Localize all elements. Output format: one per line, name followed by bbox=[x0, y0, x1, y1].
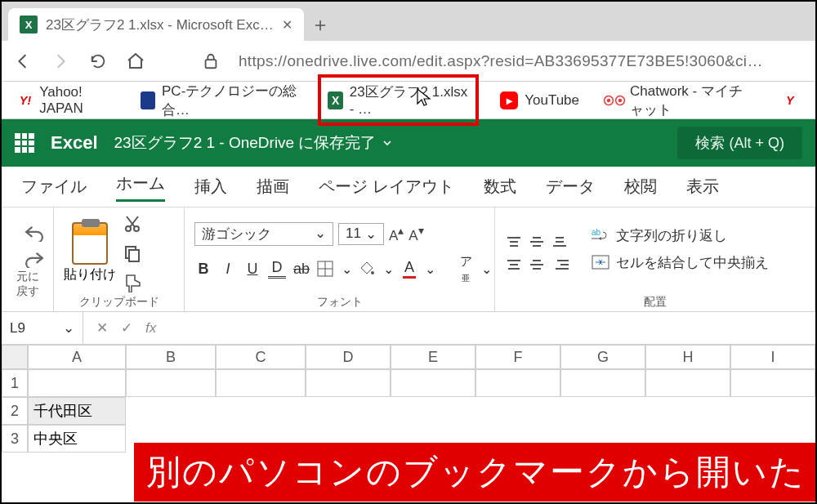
increase-font-icon[interactable]: A▴ bbox=[389, 224, 404, 244]
svg-rect-10 bbox=[592, 256, 609, 269]
fill-color-button[interactable] bbox=[359, 261, 377, 277]
bookmark-yahoo[interactable]: Y! Yahoo! JAPAN bbox=[13, 81, 119, 120]
url-text[interactable]: https://onedrive.live.com/edit.aspx?resi… bbox=[239, 52, 804, 70]
bookmark-label: PC-テクノロジーの総合… bbox=[162, 82, 297, 119]
cut-button[interactable] bbox=[123, 214, 142, 234]
header-cell[interactable]: 区 bbox=[28, 369, 126, 397]
borders-button[interactable] bbox=[317, 261, 335, 277]
col-header[interactable]: I bbox=[730, 345, 815, 369]
worksheet-grid[interactable]: 1 2 3 A B C D E F G H I 区 売上 世帯数 bbox=[2, 345, 815, 453]
alignment-buttons[interactable] bbox=[505, 233, 569, 274]
cell[interactable] bbox=[730, 369, 815, 397]
yahoo-icon: Y bbox=[781, 91, 799, 109]
header-cell[interactable]: 世帯数 bbox=[216, 369, 306, 397]
double-underline-button[interactable]: D bbox=[268, 259, 286, 279]
tab-title: 23区グラフ2 1.xlsx - Microsoft Exc… bbox=[46, 16, 274, 34]
row-header[interactable]: 2 bbox=[2, 397, 28, 425]
col-header[interactable]: B bbox=[126, 345, 216, 369]
home-icon[interactable] bbox=[126, 51, 145, 71]
col-header[interactable]: G bbox=[560, 345, 645, 369]
lock-icon[interactable] bbox=[201, 51, 221, 71]
cell[interactable] bbox=[391, 369, 475, 397]
bookmark-pctech[interactable]: PC-テクノロジーの総合… bbox=[136, 78, 302, 123]
search-box[interactable]: 検索 (Alt + Q) bbox=[677, 127, 802, 159]
wrap-text-button[interactable]: ab 文字列の折り返し bbox=[592, 226, 769, 245]
brand: Excel bbox=[51, 132, 98, 154]
forward-icon bbox=[51, 51, 70, 71]
align-group-label: 配置 bbox=[505, 293, 805, 310]
row-header[interactable]: 3 bbox=[2, 425, 28, 453]
underline-button[interactable]: U bbox=[243, 261, 261, 278]
app-launcher-icon[interactable] bbox=[15, 133, 34, 153]
cell[interactable] bbox=[645, 369, 730, 397]
row-header[interactable]: 1 bbox=[2, 369, 28, 397]
document-title[interactable]: 23区グラフ2 1 - OneDrive に保存完了 bbox=[114, 132, 395, 154]
tab-insert[interactable]: 挿入 bbox=[194, 176, 227, 198]
svg-rect-0 bbox=[206, 60, 217, 68]
align-right-icon[interactable] bbox=[551, 256, 569, 274]
name-box[interactable]: L9 ⌄ bbox=[2, 312, 83, 344]
tab-review[interactable]: 校閲 bbox=[624, 176, 657, 198]
align-top-icon[interactable] bbox=[505, 233, 523, 251]
col-header[interactable]: E bbox=[391, 345, 475, 369]
phonetic-button[interactable]: ア亜 bbox=[457, 254, 475, 284]
tab-data[interactable]: データ bbox=[546, 176, 595, 198]
back-icon[interactable] bbox=[13, 51, 33, 71]
excel-file-icon: X bbox=[20, 16, 38, 33]
cell[interactable]: 千代田区 bbox=[28, 397, 126, 425]
youtube-icon: ▸ bbox=[500, 91, 518, 109]
bookmark-chatwork[interactable]: ⦿⦿ Chatwork - マイチャット bbox=[600, 78, 760, 123]
bookmark-label: 23区グラフ2 1.xlsx - … bbox=[350, 83, 470, 118]
format-painter-button[interactable] bbox=[123, 273, 142, 292]
cell[interactable] bbox=[306, 369, 391, 397]
italic-button[interactable]: I bbox=[219, 261, 237, 278]
tab-formulas[interactable]: 数式 bbox=[484, 176, 516, 198]
cell[interactable] bbox=[475, 369, 560, 397]
tab-draw[interactable]: 描画 bbox=[257, 176, 289, 198]
close-icon[interactable]: ✕ bbox=[282, 17, 292, 33]
align-middle-icon[interactable] bbox=[528, 233, 546, 251]
pctech-icon bbox=[141, 91, 155, 109]
bookmark-current-file[interactable]: X 23区グラフ2 1.xlsx - … bbox=[318, 74, 479, 126]
enter-formula-icon[interactable]: ✓ bbox=[121, 319, 132, 337]
tab-page-layout[interactable]: ページ レイアウト bbox=[319, 176, 454, 198]
col-header[interactable]: F bbox=[475, 345, 560, 369]
browser-tab-active[interactable]: X 23区グラフ2 1.xlsx - Microsoft Exc… ✕ bbox=[8, 8, 304, 41]
select-all-cell[interactable] bbox=[2, 345, 28, 369]
col-header[interactable]: C bbox=[216, 345, 306, 369]
bookmark-label: Chatwork - マイチャット bbox=[630, 82, 755, 119]
font-size-select[interactable]: 11⌄ bbox=[338, 223, 384, 245]
align-left-icon[interactable] bbox=[505, 256, 523, 274]
redo-button[interactable] bbox=[23, 250, 46, 268]
clipboard-group-label: クリップボード bbox=[64, 293, 174, 310]
tab-file[interactable]: ファイル bbox=[21, 176, 87, 198]
decrease-font-icon[interactable]: A▾ bbox=[408, 224, 423, 244]
header-cell[interactable]: 売上 bbox=[126, 369, 216, 397]
new-tab-button[interactable]: ＋ bbox=[304, 8, 337, 41]
col-header[interactable]: D bbox=[306, 345, 391, 369]
bold-button[interactable]: B bbox=[194, 261, 212, 278]
col-header[interactable]: H bbox=[645, 345, 730, 369]
wrap-text-icon: ab bbox=[592, 227, 609, 243]
cell[interactable] bbox=[560, 369, 645, 397]
ribbon: 元に戻す 貼り付け クリップボード 游ゴシック⌄ 11⌄ A▴ A▾ bbox=[2, 207, 815, 312]
cancel-formula-icon[interactable]: ✕ bbox=[96, 319, 108, 337]
tab-home[interactable]: ホーム bbox=[116, 172, 165, 202]
font-name-select[interactable]: 游ゴシック⌄ bbox=[194, 222, 333, 246]
merge-center-button[interactable]: セルを結合して中央揃え bbox=[592, 253, 769, 272]
refresh-icon[interactable] bbox=[88, 51, 108, 71]
strikethrough-button[interactable]: ab bbox=[292, 261, 310, 278]
align-bottom-icon[interactable] bbox=[551, 233, 569, 251]
copy-button[interactable] bbox=[123, 243, 142, 263]
fx-icon[interactable]: fx bbox=[145, 320, 156, 337]
bookmark-youtube[interactable]: ▸ YouTube bbox=[495, 88, 584, 113]
svg-rect-4 bbox=[129, 250, 139, 261]
paste-icon[interactable] bbox=[72, 222, 108, 265]
cell[interactable]: 中央区 bbox=[28, 425, 126, 453]
font-color-button[interactable]: A bbox=[400, 259, 418, 279]
col-header[interactable]: A bbox=[28, 345, 126, 369]
tab-view[interactable]: 表示 bbox=[686, 176, 719, 198]
undo-button[interactable] bbox=[23, 224, 46, 242]
bookmark-yahoo2[interactable]: Y bbox=[776, 88, 804, 113]
align-center-icon[interactable] bbox=[528, 256, 546, 274]
